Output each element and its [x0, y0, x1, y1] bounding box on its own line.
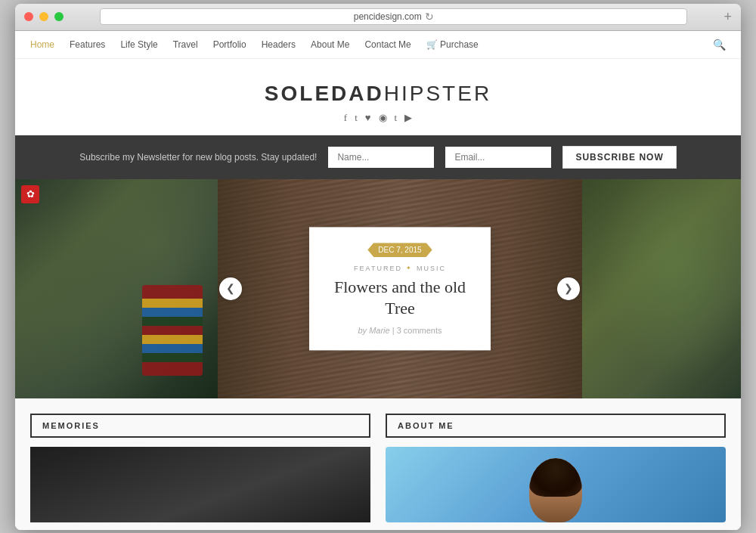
- site-header: SOLEDADHIPSTER f t ♥ ◉ t ▶: [15, 59, 741, 135]
- hero-slider: ✿ DEC 7, 2015 FEATURED ✦ MUSIC F: [15, 179, 741, 398]
- newsletter-email-input[interactable]: [445, 147, 551, 168]
- slide-panel-left: [15, 179, 218, 398]
- nav-home[interactable]: Home: [30, 39, 54, 50]
- browser-titlebar: pencidesign.com ↻ +: [15, 4, 741, 31]
- refresh-icon[interactable]: ↻: [425, 11, 434, 23]
- nav-features[interactable]: Features: [70, 39, 105, 50]
- slider-card[interactable]: DEC 7, 2015 FEATURED ✦ MUSIC Flowers and…: [309, 227, 491, 350]
- social-youtube-icon[interactable]: ▶: [404, 112, 412, 124]
- browser-window: pencidesign.com ↻ + Home Features Life S…: [15, 4, 741, 530]
- address-bar[interactable]: pencidesign.com ↻: [100, 8, 687, 25]
- new-tab-button[interactable]: +: [723, 9, 732, 25]
- social-icons-bar: f t ♥ ◉ t ▶: [30, 112, 726, 124]
- post-categories: FEATURED ✦ MUSIC: [332, 265, 468, 272]
- about-hair: [529, 458, 582, 497]
- memories-image: [30, 447, 370, 522]
- nav-about[interactable]: About Me: [311, 39, 349, 50]
- nav-headers[interactable]: Headers: [262, 39, 296, 50]
- post-title[interactable]: Flowers and the old Tree: [332, 277, 468, 320]
- bottom-section: MEMORIES ABOUT ME: [15, 398, 741, 530]
- social-tumblr-icon[interactable]: t: [395, 112, 398, 124]
- about-me-section-header: ABOUT ME: [386, 414, 726, 438]
- nav-portfolio[interactable]: Portfolio: [213, 39, 246, 50]
- nav-contact[interactable]: Contact Me: [364, 39, 411, 50]
- scarf-decoration: [142, 285, 203, 376]
- nav-purchase[interactable]: 🛒 Purchase: [426, 39, 479, 50]
- slider-prev-button[interactable]: ❮: [219, 277, 242, 300]
- by-label: by: [358, 326, 367, 335]
- newsletter-text: Subscribe my Newsletter for new blog pos…: [79, 152, 317, 163]
- close-button[interactable]: [24, 12, 33, 21]
- category-music[interactable]: MUSIC: [417, 265, 446, 272]
- meta-separator: |: [392, 326, 395, 335]
- about-me-image: [386, 447, 726, 522]
- social-pinterest-icon[interactable]: ◉: [379, 112, 387, 124]
- site-navigation: Home Features Life Style Travel Portfoli…: [15, 31, 741, 59]
- nav-travel[interactable]: Travel: [173, 39, 198, 50]
- gear-icon[interactable]: ✿: [21, 185, 39, 203]
- logo-part1: SOLEDAD: [265, 82, 384, 105]
- social-facebook-icon[interactable]: f: [344, 112, 347, 124]
- newsletter-name-input[interactable]: [328, 147, 434, 168]
- logo-part2: HIPSTER: [384, 82, 491, 105]
- newsletter-subscribe-button[interactable]: SUBSCRIBE NOW: [562, 146, 676, 169]
- minimize-button[interactable]: [39, 12, 48, 21]
- memories-column: MEMORIES: [30, 414, 378, 522]
- nav-lifestyle[interactable]: Life Style: [120, 39, 157, 50]
- slider-next-button[interactable]: ❯: [557, 277, 580, 300]
- post-meta: by Marie | 3 comments: [332, 326, 468, 335]
- post-author[interactable]: Marie: [369, 326, 390, 335]
- social-instagram-icon[interactable]: ♥: [365, 112, 371, 124]
- category-separator: ✦: [406, 265, 413, 271]
- slide-background-right: [582, 179, 741, 398]
- search-icon[interactable]: 🔍: [713, 39, 726, 51]
- category-featured[interactable]: FEATURED: [354, 265, 402, 272]
- newsletter-bar: Subscribe my Newsletter for new blog pos…: [15, 135, 741, 179]
- url-text: pencidesign.com: [354, 11, 422, 22]
- post-comments[interactable]: 3 comments: [397, 326, 442, 335]
- about-person: [529, 458, 582, 522]
- website-content: Home Features Life Style Travel Portfoli…: [15, 31, 741, 530]
- slide-panel-center: DEC 7, 2015 FEATURED ✦ MUSIC Flowers and…: [218, 179, 582, 398]
- slide-panel-right: [582, 179, 741, 398]
- post-date-badge: DEC 7, 2015: [367, 243, 432, 257]
- about-me-column: ABOUT ME: [378, 414, 726, 522]
- memories-section-header: MEMORIES: [30, 414, 370, 438]
- maximize-button[interactable]: [54, 12, 64, 21]
- site-logo: SOLEDADHIPSTER: [30, 82, 726, 106]
- social-twitter-icon[interactable]: t: [355, 112, 358, 124]
